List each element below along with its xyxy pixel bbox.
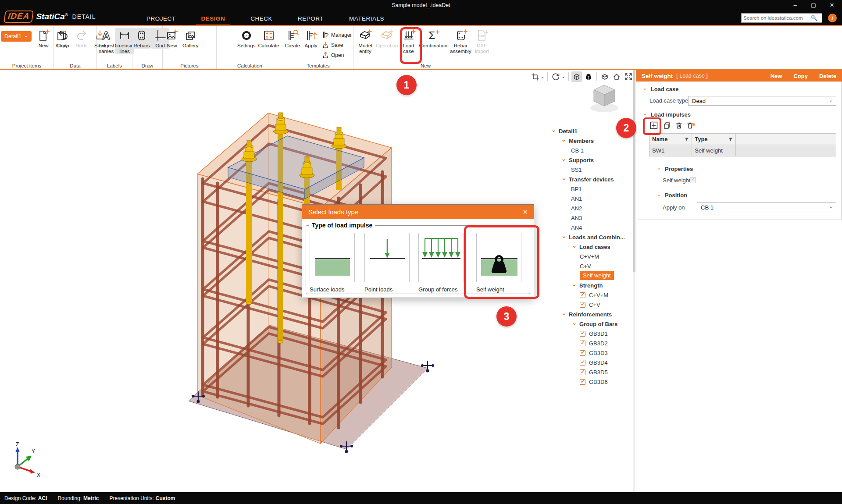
column-header-Name[interactable]: Name xyxy=(649,134,692,145)
new-rebar-assembly-button[interactable]: Rebar assembly xyxy=(449,28,473,54)
filter-icon[interactable] xyxy=(684,137,689,143)
chevron-down-icon[interactable]: ⌄ xyxy=(572,242,579,249)
new-picture-button[interactable]: New xyxy=(163,28,181,49)
tree-item-c+v[interactable]: C+V xyxy=(550,261,634,271)
tree-checkbox[interactable] xyxy=(580,369,585,375)
rotate-tool-button[interactable] xyxy=(550,71,561,82)
chevron-down-icon[interactable]: ⌄ xyxy=(561,136,569,143)
dimension-lines-button[interactable]: Dimension lines xyxy=(115,28,134,54)
chevron-down-icon[interactable]: ⌄ xyxy=(572,281,579,287)
new-load-case-button[interactable]: Load case xyxy=(400,28,418,54)
tree-item-gb3d3[interactable]: GB3D3 xyxy=(550,348,634,358)
tree-item-an1[interactable]: AN1 xyxy=(550,194,634,203)
tree-item-members[interactable]: ⌄Members xyxy=(550,136,634,146)
table-cell[interactable] xyxy=(736,145,836,156)
close-button[interactable]: ✕ xyxy=(825,2,838,8)
template-apply-button[interactable]: Apply xyxy=(302,28,320,49)
tree-item-bp1[interactable]: BP1 xyxy=(550,184,634,194)
table-cell[interactable]: Self weight xyxy=(692,145,736,156)
tree-item-an4[interactable]: AN4 xyxy=(550,223,634,232)
tree-item-ss1[interactable]: SS1 xyxy=(550,165,634,174)
tree-item-transfer-devices[interactable]: ⌄Transfer devices xyxy=(550,174,634,184)
panel-delete-button[interactable]: Delete xyxy=(819,73,836,79)
chevron-down-icon[interactable]: ⌄ xyxy=(551,127,559,133)
chevron-down-icon[interactable]: ⌄ xyxy=(561,74,565,79)
tree-item-gb3d4[interactable]: GB3D4 xyxy=(550,358,634,367)
group-of-forces-option[interactable] xyxy=(418,233,464,282)
navigation-cube[interactable] xyxy=(583,80,625,117)
dialog-header[interactable]: Select loads type ✕ xyxy=(302,205,534,219)
column-header-empty[interactable] xyxy=(736,134,836,145)
copy-impulse-button[interactable] xyxy=(663,121,671,130)
section-load-case[interactable]: ⌄Load case xyxy=(642,86,679,92)
new-project-item-button[interactable]: New xyxy=(34,28,53,49)
gallery-button[interactable]: Gallery xyxy=(181,28,200,49)
chevron-down-icon[interactable]: ⌄ xyxy=(561,233,569,239)
search-input[interactable] xyxy=(742,15,811,21)
tree-item-c+v[interactable]: C+V xyxy=(550,300,634,309)
tree-checkbox[interactable] xyxy=(580,331,585,337)
panel-new-button[interactable]: New xyxy=(771,73,782,79)
tree-item-supports[interactable]: ⌄Supports xyxy=(550,155,634,165)
apply-on-select[interactable]: CB 1⌄ xyxy=(697,202,836,212)
tree-item-an2[interactable]: AN2 xyxy=(550,203,634,213)
new-model-entity-button[interactable]: Model entity xyxy=(356,28,375,54)
tree-item-an3[interactable]: AN3 xyxy=(550,213,634,223)
chevron-down-icon[interactable]: ⌄ xyxy=(561,175,569,181)
template-manager-button[interactable]: Manager xyxy=(322,31,352,39)
table-cell[interactable]: SW1 xyxy=(649,145,692,156)
panel-copy-button[interactable]: Copy xyxy=(793,73,808,79)
load-case-type-select[interactable]: Dead⌄ xyxy=(688,96,836,106)
tree-checkbox[interactable] xyxy=(580,350,585,356)
tree-item-cb-1[interactable]: CB 1 xyxy=(550,146,634,155)
template-open-button[interactable]: Open xyxy=(322,51,352,59)
impulse-table[interactable]: NameTypeSW1Self weight xyxy=(649,133,836,156)
section-load-impulses[interactable]: ⌄Load impulses xyxy=(642,111,691,118)
chevron-down-icon[interactable]: ⌄ xyxy=(561,156,569,162)
tab-check[interactable]: CHECK xyxy=(249,13,274,25)
scrollbar-thumb[interactable] xyxy=(633,70,635,272)
rebars-button[interactable]: Rebars xyxy=(132,28,151,49)
restore-button[interactable]: ▢ xyxy=(807,2,820,8)
tree-item-gb3d1[interactable]: GB3D1 xyxy=(550,329,634,338)
delete-all-impulses-button[interactable] xyxy=(686,121,695,130)
tree-checkbox[interactable] xyxy=(580,302,585,308)
close-icon[interactable]: ✕ xyxy=(522,208,528,216)
template-save-button[interactable]: Save xyxy=(322,41,352,49)
tab-project[interactable]: PROJECT xyxy=(145,13,178,25)
tree-item-c+v+m[interactable]: C+V+M xyxy=(550,252,634,261)
transparent-view-button[interactable] xyxy=(571,71,582,82)
section-properties[interactable]: ⌄Properties xyxy=(656,166,693,172)
detail-selector[interactable]: Detail1⌄ xyxy=(1,31,32,42)
tree-item-c+v+m[interactable]: C+V+M xyxy=(550,290,634,300)
tree-item-loads-and-combin-[interactable]: ⌄Loads and Combin... xyxy=(550,232,634,242)
tree-checkbox[interactable] xyxy=(580,341,585,346)
self-weight-option[interactable] xyxy=(476,233,521,282)
info-icon[interactable]: i xyxy=(828,14,837,22)
calculate-button[interactable]: +−×÷Calculate xyxy=(257,28,281,49)
minimize-button[interactable]: – xyxy=(788,2,802,8)
tree-item-reinforcements[interactable]: ⌄Reinforcements xyxy=(550,309,634,319)
column-header-Type[interactable]: Type xyxy=(692,134,736,145)
tree-checkbox[interactable] xyxy=(580,360,585,366)
undo-button[interactable]: Undo xyxy=(54,28,72,49)
section-tool-button[interactable] xyxy=(530,71,540,82)
surface-loads-option[interactable] xyxy=(310,233,355,282)
tree-item-gb3d2[interactable]: GB3D2 xyxy=(550,338,634,348)
tree-item-detail1[interactable]: ⌄Detail1 xyxy=(550,126,634,136)
new-combination-button[interactable]: ΣCombination xyxy=(418,28,449,49)
delete-impulse-button[interactable] xyxy=(674,121,683,130)
chevron-down-icon[interactable]: ⌄ xyxy=(541,74,544,79)
tree-checkbox[interactable] xyxy=(580,379,585,385)
settings-button[interactable]: </>Settings xyxy=(236,28,257,49)
tree-item-gb3d6[interactable]: GB3D6 xyxy=(550,377,634,387)
tree-item-group-of-bars[interactable]: ⌄Group of Bars xyxy=(550,319,634,329)
chevron-down-icon[interactable]: ⌄ xyxy=(561,310,569,316)
tree-scrollbar[interactable] xyxy=(633,70,635,492)
point-loads-option[interactable] xyxy=(364,233,410,282)
template-create-button[interactable]: Create xyxy=(283,28,302,49)
section-position[interactable]: ⌄Position xyxy=(656,192,687,199)
filter-icon[interactable] xyxy=(728,137,733,143)
tree-item-strength[interactable]: ⌄Strength xyxy=(550,280,634,290)
search-icon[interactable]: 🔍 xyxy=(811,15,817,21)
